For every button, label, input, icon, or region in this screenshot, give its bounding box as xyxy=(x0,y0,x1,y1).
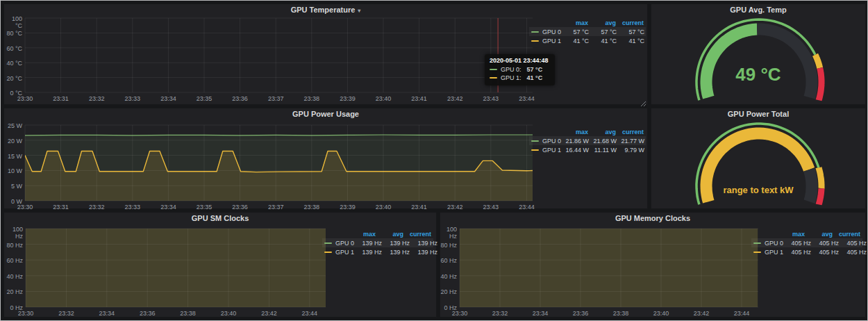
legend-row: GPU 116.44 W11.11 W9.79 W xyxy=(529,145,646,154)
legend-value: 405 Hz xyxy=(783,240,811,247)
series-color-dash-icon xyxy=(324,252,332,253)
x-axis-label: 23:44 xyxy=(515,204,538,211)
legend-value: 9.79 W xyxy=(617,147,644,154)
legend-value: 21.77 W xyxy=(617,138,644,145)
panel-title-gpu-memory-clocks[interactable]: GPU Memory Clocks xyxy=(440,213,865,224)
legend-header-avg[interactable]: avg xyxy=(588,19,616,26)
legend-series-gpu-1[interactable]: GPU 1 xyxy=(531,38,561,44)
x-axis-label: 23:34 xyxy=(95,310,119,317)
legend-series-gpu-0[interactable]: GPU 0 xyxy=(753,240,783,247)
y-axis-label: 60 °C xyxy=(4,45,22,52)
legend-value: 139 Hz xyxy=(382,249,410,256)
legend-header-row: maxavgcurrent xyxy=(322,229,433,238)
legend-value: 139 Hz xyxy=(410,249,437,256)
legend-header-current[interactable]: current xyxy=(616,19,644,26)
gpu-temperature-legend: maxavgcurrentGPU 057 °C57 °C57 °CGPU 141… xyxy=(529,18,646,45)
x-axis-label: 23:40 xyxy=(372,95,395,102)
y-axis-label: 40 °C xyxy=(4,60,22,67)
panel-gpu-sm-clocks: GPU SM Clocks 23:3023:3223:3423:3623:382… xyxy=(3,212,437,318)
grafana-dashboard: GPU Temperature▾ 23:3023:3123:3223:3323:… xyxy=(0,0,868,321)
legend-series-gpu-0[interactable]: GPU 0 xyxy=(324,240,354,247)
x-axis-label: 23:37 xyxy=(264,204,287,211)
graph-tooltip: 2020-05-01 23:44:48 GPU 0: 57 °C GPU 1: … xyxy=(485,54,555,85)
legend-header-current[interactable]: current xyxy=(403,231,431,238)
panel-resize-handle[interactable] xyxy=(640,97,646,104)
tooltip-row: GPU 1: 41 °C xyxy=(490,74,549,82)
legend-value: 41 °C xyxy=(561,38,589,44)
legend-value: 139 Hz xyxy=(410,240,437,247)
legend-row: GPU 1139 Hz139 Hz139 Hz xyxy=(322,247,433,256)
legend-header-max[interactable]: max xyxy=(348,231,376,238)
legend-value: 139 Hz xyxy=(354,240,382,247)
gpu-sm-clocks-chart[interactable]: 23:3023:3223:3423:3623:3823:4023:4223:44… xyxy=(4,213,436,317)
legend-series-gpu-0[interactable]: GPU 0 xyxy=(531,28,561,35)
y-axis-label: 0 Hz xyxy=(4,304,23,311)
tooltip-series-name: GPU 0: xyxy=(501,66,521,73)
legend-header-current[interactable]: current xyxy=(833,231,860,238)
x-axis-label: 23:32 xyxy=(85,204,108,211)
x-axis-label: 23:35 xyxy=(192,95,216,102)
x-axis-label: 23:42 xyxy=(690,310,713,317)
panel-title-text: GPU Avg. Temp xyxy=(730,6,787,14)
series-color-dash-icon xyxy=(531,31,539,33)
legend-header-avg[interactable]: avg xyxy=(376,231,403,238)
y-axis-label: 100 Hz xyxy=(440,226,457,240)
x-axis-label: 23:34 xyxy=(156,204,180,211)
x-axis-label: 23:44 xyxy=(298,310,322,317)
y-axis-label: 40 Hz xyxy=(440,273,457,280)
x-axis-label: 23:34 xyxy=(156,95,180,102)
tooltip-series-value: 41 °C xyxy=(527,74,543,81)
gpu-power-usage-legend: maxavgcurrentGPU 021.86 W21.68 W21.77 WG… xyxy=(529,127,646,154)
x-axis-label: 23:44 xyxy=(515,95,538,102)
y-axis-label: 80 °C xyxy=(4,30,22,37)
chevron-down-icon: ▾ xyxy=(358,8,360,14)
x-axis-label: 23:42 xyxy=(443,204,467,211)
x-axis-label: 23:35 xyxy=(192,204,216,211)
panel-title-gpu-temperature[interactable]: GPU Temperature▾ xyxy=(4,4,647,16)
x-axis-label: 23:40 xyxy=(372,204,395,211)
y-axis-label: 20 Hz xyxy=(4,288,23,295)
legend-series-gpu-1[interactable]: GPU 1 xyxy=(324,249,354,256)
panel-title-text: GPU SM Clocks xyxy=(192,214,249,222)
x-axis-label: 23:36 xyxy=(135,310,159,317)
panel-title-gpu-avg-temp[interactable]: GPU Avg. Temp xyxy=(651,4,865,16)
legend-header-max[interactable]: max xyxy=(777,231,805,238)
x-axis-label: 23:39 xyxy=(335,95,359,102)
y-axis-label: 80 Hz xyxy=(440,242,457,249)
legend-header-current[interactable]: current xyxy=(616,129,644,135)
panel-title-text: GPU Memory Clocks xyxy=(615,214,690,222)
gpu-avg-temp-gauge xyxy=(651,4,865,104)
legend-value: 139 Hz xyxy=(354,249,382,256)
y-axis-label: 25 W xyxy=(4,122,22,129)
legend-header-avg[interactable]: avg xyxy=(805,231,833,238)
panel-title-gpu-power-usage[interactable]: GPU Power Usage xyxy=(4,108,647,120)
y-axis-label: 10 W xyxy=(4,167,22,174)
legend-header-max[interactable]: max xyxy=(560,19,588,26)
legend-value: 57 °C xyxy=(589,28,617,35)
series-color-dash-icon xyxy=(531,149,539,151)
x-axis-label: 23:31 xyxy=(49,95,73,102)
x-axis-label: 23:31 xyxy=(49,204,73,211)
series-color-dash-icon xyxy=(753,242,761,244)
legend-series-gpu-0[interactable]: GPU 0 xyxy=(531,138,561,145)
tooltip-row: GPU 0: 57 °C xyxy=(490,65,549,74)
panel-title-text: GPU Power Total xyxy=(728,110,789,118)
x-axis-label: 23:40 xyxy=(217,310,240,317)
x-axis-label: 23:36 xyxy=(569,310,592,317)
legend-series-gpu-1[interactable]: GPU 1 xyxy=(753,249,783,256)
gpu-memory-clocks-chart[interactable]: 23:3023:3223:3423:3623:3823:4023:4223:44… xyxy=(440,213,865,317)
legend-value: 405 Hz xyxy=(811,249,839,256)
x-axis-label: 23:36 xyxy=(228,204,252,211)
legend-value: 57 °C xyxy=(617,28,644,35)
panel-title-gpu-sm-clocks[interactable]: GPU SM Clocks xyxy=(4,213,436,224)
legend-header-max[interactable]: max xyxy=(560,129,588,135)
legend-value: 21.68 W xyxy=(589,138,617,145)
y-axis-label: 20 W xyxy=(4,138,22,145)
x-axis-label: 23:38 xyxy=(300,95,324,102)
legend-value: 57 °C xyxy=(561,28,589,35)
gpu-power-usage-chart[interactable]: 23:3023:3123:3223:3323:3423:3523:3623:37… xyxy=(4,108,647,208)
panel-title-gpu-power-total[interactable]: GPU Power Total xyxy=(651,108,865,120)
legend-header-avg[interactable]: avg xyxy=(588,129,616,135)
legend-series-gpu-1[interactable]: GPU 1 xyxy=(531,147,561,154)
legend-header-row: maxavgcurrent xyxy=(751,229,862,238)
